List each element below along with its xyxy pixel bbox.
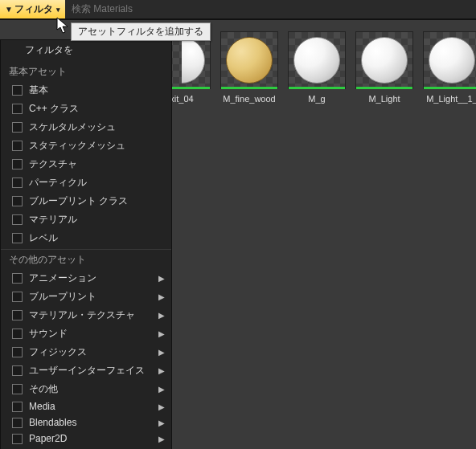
checkbox-icon (12, 178, 23, 188)
material-sphere-icon (226, 37, 273, 84)
menu-item-label: 基本 (29, 84, 48, 97)
filter-menu-item[interactable]: フィジックス▶ (1, 343, 171, 361)
menu-section-title: その他のアセット (1, 249, 171, 269)
submenu-arrow-icon: ▶ (158, 435, 165, 443)
material-sphere-icon (293, 37, 340, 84)
menu-item-label: スケルタルメッシュ (29, 120, 116, 134)
menu-item-label: Media (29, 401, 55, 412)
filter-menu-item[interactable]: スケルタルメッシュ (1, 118, 171, 137)
asset-tile[interactable]: M_Light__1_ (423, 31, 476, 104)
menu-item-label: Paper2D (29, 433, 67, 444)
submenu-arrow-icon: ▶ (158, 418, 165, 427)
checkbox-icon (12, 104, 23, 114)
material-sphere-icon (429, 37, 475, 84)
menu-item-label: アニメーション (29, 271, 96, 285)
filter-menu-item[interactable]: マテリアル・テクスチャ▶ (1, 306, 171, 325)
menu-item-label: テクスチャ (29, 157, 77, 171)
filter-menu-item[interactable]: テクスチャ (1, 155, 171, 173)
menu-item-label: パーティクル (29, 176, 87, 190)
asset-tile[interactable]: M_Light (355, 31, 413, 104)
content-area: xit_04M_fine_woodM_gM_LightM_Light__1_M_… (0, 19, 476, 449)
checkbox-icon (12, 384, 23, 394)
menu-item-label: ブループリント (29, 290, 96, 304)
filter-menu-item[interactable]: 基本 (1, 81, 171, 100)
checkbox-icon (12, 85, 23, 96)
filter-button-label: フィルタ (14, 2, 53, 16)
checkbox-icon (12, 365, 23, 376)
submenu-arrow-icon: ▶ (158, 402, 165, 411)
filter-menu-item[interactable]: パーティクル (1, 173, 171, 192)
checkbox-icon (12, 329, 23, 339)
asset-thumbnail (288, 31, 346, 89)
menu-item-label: レベル (29, 231, 58, 245)
filter-tooltip: アセットフィルタを追加する (71, 22, 211, 41)
filter-menu-item[interactable]: マテリアル (1, 210, 171, 229)
checkbox-icon (12, 122, 23, 133)
submenu-arrow-icon: ▶ (158, 274, 165, 283)
submenu-arrow-icon: ▶ (158, 348, 165, 357)
submenu-arrow-icon: ▶ (158, 311, 165, 320)
checkbox-icon (12, 434, 23, 444)
asset-label: M_fine_wood (220, 94, 278, 104)
submenu-arrow-icon: ▶ (158, 292, 165, 301)
toolbar: ▼ フィルタ ▾ 検索 Materials (0, 0, 476, 19)
checkbox-icon (12, 233, 23, 243)
filter-menu-item[interactable]: Paper2D▶ (1, 431, 171, 447)
checkbox-icon (12, 402, 23, 412)
asset-thumbnail (355, 31, 413, 89)
checkbox-icon (12, 347, 23, 357)
checkbox-icon (12, 196, 23, 206)
checkbox-icon (12, 418, 23, 428)
filter-menu-item[interactable]: ブループリント クラス (1, 192, 171, 210)
menu-item-label: C++ クラス (29, 102, 79, 116)
menu-item-label: マテリアル・テクスチャ (29, 308, 135, 322)
filter-menu-header[interactable]: フィルタを (1, 40, 171, 62)
funnel-icon: ▼ (5, 5, 13, 14)
menu-section-title: 基本アセット (1, 62, 171, 81)
filter-menu-item[interactable]: サウンド▶ (1, 325, 171, 343)
filter-menu-item[interactable]: レベル (1, 229, 171, 247)
filter-menu-item[interactable]: ユーザーインターフェイス▶ (1, 361, 171, 380)
checkbox-icon (12, 214, 23, 225)
filter-menu-item[interactable]: その他▶ (1, 380, 171, 398)
checkbox-icon (12, 273, 23, 284)
filter-menu-item[interactable]: Media▶ (1, 398, 171, 414)
filter-menu-item[interactable]: アニメーション▶ (1, 269, 171, 288)
chevron-down-icon: ▾ (56, 6, 60, 14)
filter-menu-item[interactable]: Blendables▶ (1, 414, 171, 431)
submenu-arrow-icon: ▶ (158, 366, 165, 375)
filter-menu: フィルタを 基本アセット基本C++ クラススケルタルメッシュスタティックメッシュ… (0, 39, 172, 449)
submenu-arrow-icon: ▶ (158, 329, 165, 338)
checkbox-icon (12, 292, 23, 302)
asset-label: M_Light (355, 94, 413, 104)
asset-label: M_g (288, 94, 346, 104)
submenu-arrow-icon: ▶ (158, 385, 165, 394)
asset-tile[interactable]: M_fine_wood (220, 31, 278, 104)
asset-thumbnail (423, 31, 476, 89)
filter-menu-item[interactable]: スタティックメッシュ (1, 137, 171, 155)
asset-thumbnail (220, 31, 278, 89)
menu-item-label: ユーザーインターフェイス (29, 364, 145, 378)
checkbox-icon (12, 141, 23, 151)
menu-item-label: フィジックス (29, 345, 87, 359)
menu-item-label: スタティックメッシュ (29, 139, 125, 153)
asset-label: M_Light__1_ (423, 94, 476, 104)
checkbox-icon (12, 310, 23, 320)
menu-item-label: Blendables (29, 417, 76, 428)
filter-menu-item[interactable]: ブループリント▶ (1, 288, 171, 306)
search-input[interactable]: 検索 Materials (65, 0, 476, 18)
menu-item-label: サウンド (29, 327, 68, 341)
menu-item-label: ブループリント クラス (29, 194, 128, 208)
filter-button[interactable]: ▼ フィルタ ▾ (0, 0, 65, 18)
material-sphere-icon (361, 37, 408, 84)
checkbox-icon (12, 159, 23, 169)
menu-item-label: その他 (29, 382, 58, 396)
asset-tile[interactable]: M_g (288, 31, 346, 104)
menu-item-label: マテリアル (29, 213, 77, 227)
filter-menu-item[interactable]: C++ クラス (1, 100, 171, 118)
